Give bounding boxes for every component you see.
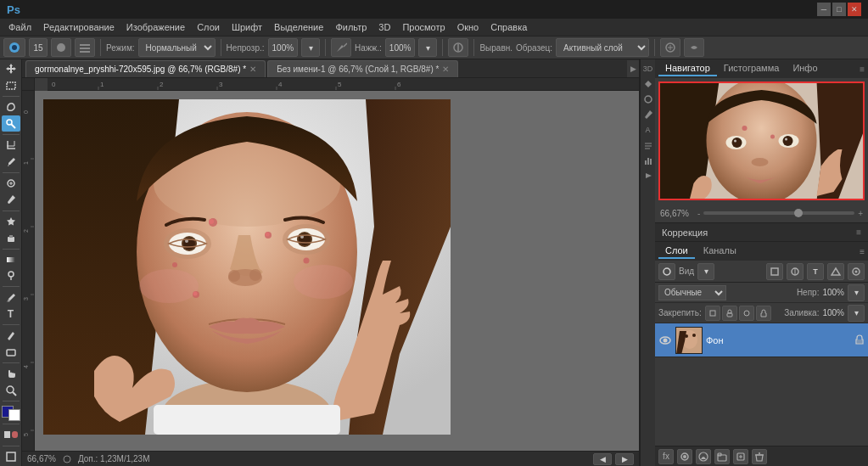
menu-edit[interactable]: Редактирование	[38, 20, 120, 34]
eyedropper-tool-btn[interactable]	[2, 154, 20, 170]
crop-tool-btn[interactable]	[2, 138, 20, 154]
quick-select-tool-btn[interactable]	[2, 115, 20, 132]
healing-btn[interactable]	[660, 38, 680, 57]
nav-panel-collapse[interactable]: ≡	[860, 65, 865, 74]
hand-tool-btn[interactable]	[2, 366, 20, 382]
status-next-btn[interactable]: ▶	[615, 453, 634, 465]
mode-select[interactable]: Нормальный Растворение Умножение	[138, 38, 216, 57]
tabs-scroll-btn[interactable]: ▶	[627, 60, 639, 77]
zoom-slider[interactable]	[703, 211, 854, 215]
opacity-arrow-btn[interactable]: ▾	[848, 284, 865, 301]
opacity-value[interactable]: 100%	[268, 38, 299, 57]
brush-size-btn[interactable]: 15	[29, 38, 48, 57]
status-prev-btn[interactable]: ◀	[593, 453, 612, 465]
blend-mode-select[interactable]: Обычные Умножение Экран	[658, 285, 726, 300]
menu-layers[interactable]: Слои	[192, 20, 225, 34]
lasso-tool-btn[interactable]	[2, 99, 20, 115]
lock-all-btn[interactable]	[756, 306, 771, 321]
pen-tool-btn[interactable]	[2, 289, 20, 306]
menu-filter[interactable]: Фильтр	[330, 20, 372, 34]
doc-tab-2[interactable]: Без имени-1 @ 66,7% (Слой 1, RGB/8#) * ✕	[267, 60, 458, 77]
layer-delete-btn[interactable]	[752, 449, 767, 464]
extra-btn[interactable]	[684, 38, 704, 57]
tab-histogram[interactable]: Гистограмма	[717, 61, 787, 76]
menu-help[interactable]: Справка	[485, 20, 532, 34]
layer-new-btn[interactable]	[733, 449, 748, 464]
menu-window[interactable]: Окно	[452, 20, 484, 34]
lock-pixels-btn[interactable]	[705, 306, 720, 321]
layer-group-btn[interactable]	[714, 449, 730, 464]
mini-3d-btn[interactable]: 3D	[642, 63, 654, 75]
layer-shape-btn[interactable]	[827, 263, 844, 280]
screen-mode-btn[interactable]	[2, 449, 20, 465]
doc-tab-1-close[interactable]: ✕	[249, 65, 256, 74]
background-color[interactable]	[8, 409, 20, 421]
brush-shape-btn[interactable]	[51, 38, 71, 57]
menu-font[interactable]: Шрифт	[227, 20, 267, 34]
tool-preset-btn[interactable]	[3, 38, 25, 57]
menu-3d[interactable]: 3D	[373, 20, 395, 34]
brush-settings-btn[interactable]	[75, 38, 95, 57]
brush-tool-btn[interactable]	[2, 192, 20, 208]
layer-adj-btn[interactable]	[787, 263, 804, 280]
mini-brush-btn[interactable]	[642, 109, 654, 121]
tab-navigator[interactable]: Навигатор	[658, 61, 717, 76]
navigator-preview[interactable]	[658, 81, 865, 200]
correction-collapse[interactable]: ≡	[856, 227, 861, 237]
color-boxes[interactable]	[2, 406, 20, 422]
layer-fx-btn[interactable]: fx	[658, 449, 674, 464]
tab-info[interactable]: Инфо	[786, 61, 824, 76]
layer-item-bg[interactable]: Фон	[655, 323, 868, 357]
zoom-out-icon[interactable]: -	[697, 209, 700, 218]
mini-adj-btn[interactable]	[642, 93, 654, 105]
pen-pressure-btn[interactable]	[448, 38, 468, 57]
menu-image[interactable]: Изображение	[121, 20, 190, 34]
zoom-thumb[interactable]	[794, 209, 803, 217]
marquee-tool-btn[interactable]	[2, 78, 20, 94]
airbrush-btn[interactable]	[331, 38, 351, 57]
mini-para-btn[interactable]	[642, 139, 654, 151]
layer-visibility-btn[interactable]	[658, 334, 672, 347]
layer-pixel-btn[interactable]	[766, 263, 783, 280]
eraser-tool-btn[interactable]	[2, 230, 20, 246]
mini-hist-btn[interactable]	[642, 154, 654, 166]
canvas-viewport[interactable]	[35, 91, 639, 451]
maximize-button[interactable]: □	[832, 3, 846, 16]
menu-file[interactable]: Файл	[3, 20, 36, 34]
layer-smart-btn[interactable]	[848, 263, 865, 280]
mini-actions-btn[interactable]	[642, 170, 654, 182]
doc-tab-2-close[interactable]: ✕	[442, 65, 449, 74]
flow-value[interactable]: 100%	[385, 38, 416, 57]
layer-mask-btn[interactable]	[677, 449, 692, 464]
move-tool-btn[interactable]	[2, 61, 20, 77]
clone-tool-btn[interactable]	[2, 214, 20, 230]
lock-position-btn[interactable]	[722, 306, 737, 321]
path-select-tool-btn[interactable]	[2, 328, 20, 344]
zoom-in-icon[interactable]: +	[858, 209, 863, 218]
quick-mask-btn[interactable]	[2, 427, 20, 443]
gradient-tool-btn[interactable]	[2, 251, 20, 267]
close-button[interactable]: ✕	[848, 3, 861, 16]
lock-artboards-btn[interactable]	[739, 306, 754, 321]
zoom-tool-btn[interactable]	[2, 383, 20, 399]
fill-arrow-btn[interactable]: ▾	[848, 305, 865, 322]
layer-adjustment-btn[interactable]	[696, 449, 711, 464]
minimize-button[interactable]: ─	[817, 3, 831, 16]
mini-char-btn[interactable]: A	[642, 124, 654, 136]
layers-kind-btn[interactable]	[658, 263, 675, 280]
menu-view[interactable]: Просмотр	[397, 20, 450, 34]
menu-select[interactable]: Выделение	[269, 20, 328, 34]
kind-arrow-btn[interactable]: ▾	[697, 263, 714, 280]
layers-panel-collapse[interactable]: ≡	[860, 247, 865, 256]
layer-text-btn[interactable]: T	[807, 263, 824, 280]
tab-layers[interactable]: Слои	[658, 244, 695, 259]
dodge-tool-btn[interactable]	[2, 268, 20, 284]
mini-nav-btn[interactable]	[642, 78, 654, 90]
sample-select[interactable]: Активный слой Все слои	[556, 38, 649, 57]
type-tool-btn[interactable]: T	[2, 306, 20, 323]
heal-tool-btn[interactable]	[2, 176, 20, 192]
opacity-arrow[interactable]: ▾	[301, 38, 320, 57]
doc-tab-1[interactable]: gormonalnye_pryshhi-720x595.jpg @ 66,7% …	[25, 60, 266, 77]
tab-channels[interactable]: Каналы	[697, 244, 743, 259]
flow-arrow[interactable]: ▾	[418, 38, 437, 57]
